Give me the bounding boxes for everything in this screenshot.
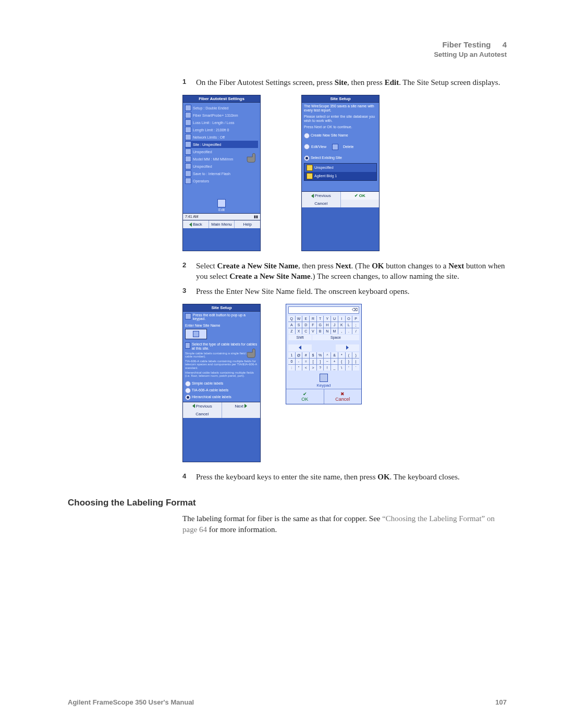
create-new-site-radio[interactable] (304, 133, 310, 139)
keyboard-key[interactable]: C (302, 328, 309, 334)
keyboard-key[interactable]: Z (288, 328, 295, 334)
keyboard-key[interactable]: \ (338, 365, 345, 371)
help-button[interactable]: Help (235, 220, 260, 228)
keyboard-key[interactable]: B (317, 328, 324, 334)
keyboard-key[interactable]: H (324, 322, 331, 328)
keyboard-key[interactable]: % (317, 352, 324, 358)
settings-row[interactable]: Fiber SmartProbe+ 1310nm (185, 112, 258, 119)
edit-view-radio[interactable] (304, 144, 310, 150)
keyboard-key[interactable]: = (302, 359, 309, 364)
keyboard-key[interactable]: 0 (288, 359, 295, 364)
keyboard-key[interactable]: + (331, 359, 338, 364)
keyboard-key[interactable]: ' (346, 365, 352, 371)
keyboard-key[interactable]: Y (324, 316, 331, 322)
keyboard-key[interactable]: J (331, 322, 338, 328)
keyboard-key[interactable]: ~ (324, 359, 331, 364)
keyboard-key[interactable]: I (338, 316, 345, 322)
keyboard-key[interactable]: > (310, 365, 316, 371)
keyboard-key[interactable]: - (296, 359, 302, 364)
keyboard-key[interactable]: V (310, 328, 316, 334)
keyboard-key[interactable]: { (338, 359, 345, 364)
keyboard-key[interactable]: L (346, 322, 352, 328)
shift-key[interactable]: Shift (288, 335, 312, 340)
ok-button[interactable]: ✔ OK (341, 192, 380, 200)
keyboard-key[interactable]: , (338, 328, 345, 334)
keyboard-ok-button[interactable]: ✔OK (286, 389, 324, 404)
keyboard-key[interactable]: ! (324, 365, 331, 371)
keyboard-key[interactable]: . (346, 328, 352, 334)
backspace-icon[interactable]: ⌫ (352, 307, 358, 312)
keyboard-key[interactable]: < (302, 365, 309, 371)
keyboard-key[interactable]: E (302, 316, 309, 322)
next-button[interactable]: Next (222, 402, 261, 410)
nav-left-key[interactable] (288, 344, 312, 351)
keyboard-key[interactable]: U (331, 316, 338, 322)
keypad-icon[interactable] (320, 374, 328, 382)
keyboard-cancel-button[interactable]: ✖Cancel (324, 389, 362, 404)
keyboard-key[interactable]: [ (310, 359, 316, 364)
keyboard-key[interactable]: W (296, 316, 302, 322)
hierarchical-labels-radio[interactable] (185, 394, 191, 400)
keyboard-key[interactable]: $ (310, 352, 316, 358)
keyboard-key[interactable]: D (302, 322, 309, 328)
simple-labels-radio[interactable] (185, 381, 191, 387)
keyboard-key[interactable]: } (346, 359, 352, 364)
keyboard-key[interactable]: S (296, 322, 302, 328)
previous-button[interactable]: Previous (183, 402, 222, 410)
space-key[interactable]: Space (312, 335, 359, 340)
keyboard-key[interactable]: ( (346, 352, 352, 358)
enter-site-name-field[interactable] (185, 329, 207, 339)
settings-row[interactable]: Network Limits : Off (185, 133, 258, 141)
edit-icon[interactable] (332, 144, 338, 150)
keyboard-key[interactable]: R (310, 316, 316, 322)
tia606a-labels-radio[interactable] (185, 388, 191, 393)
keyboard-key[interactable]: O (346, 316, 352, 322)
keyboard-key[interactable]: G (317, 322, 324, 328)
keyboard-key[interactable]: M (331, 328, 338, 334)
settings-row[interactable]: Unspecified (185, 163, 258, 170)
keyboard-key[interactable]: _ (331, 365, 338, 371)
keyboard-key[interactable]: : (288, 365, 295, 371)
keyboard-input-field[interactable]: ⌫ (288, 306, 359, 314)
settings-row[interactable]: Unspecified (185, 148, 258, 155)
cancel-button[interactable]: Cancel (302, 200, 341, 207)
settings-row[interactable]: Model MM : MM MM/mm (185, 155, 258, 163)
keyboard-key[interactable]: & (331, 352, 338, 358)
keyboard-key[interactable]: * (338, 352, 345, 358)
keyboard-key[interactable]: @ (296, 352, 302, 358)
keyboard-key[interactable]: ; (352, 322, 359, 328)
keyboard-key[interactable]: ) (352, 352, 359, 358)
keyboard-key[interactable]: A (288, 322, 295, 328)
keyboard-key[interactable]: N (324, 328, 331, 334)
settings-row[interactable]: Loss Limit : Length / Loss (185, 119, 258, 126)
keyboard-key[interactable]: ? (317, 365, 324, 371)
previous-button[interactable]: Previous (302, 192, 341, 200)
keyboard-key[interactable]: | (352, 359, 359, 364)
main-menu-button[interactable]: Main Menu (209, 220, 235, 228)
keyboard-key[interactable]: ` (352, 365, 359, 371)
settings-row[interactable]: Operators (185, 177, 258, 184)
keyboard-key[interactable]: F (310, 322, 316, 328)
settings-row[interactable]: Setup : Double Ended (185, 104, 258, 112)
keyboard-key[interactable]: # (302, 352, 309, 358)
keyboard-key[interactable]: / (352, 328, 359, 334)
keyboard-key[interactable]: P (352, 316, 359, 322)
edit-icon[interactable] (217, 199, 226, 207)
keyboard-key[interactable]: Q (288, 316, 295, 322)
settings-row[interactable]: Save to : Internal Flash (185, 170, 258, 177)
settings-row[interactable]: Length Limit : 2100ft 0 (185, 126, 258, 133)
settings-row[interactable]: Site : Unspecified (185, 141, 258, 148)
keyboard-key[interactable]: T (317, 316, 324, 322)
select-existing-radio[interactable] (304, 155, 310, 161)
nav-right-key[interactable] (336, 344, 359, 351)
delete-button[interactable]: Delete (343, 145, 353, 149)
back-button[interactable]: Back (183, 220, 209, 228)
keyboard-key[interactable]: ] (317, 359, 324, 364)
keyboard-key[interactable]: 1 (288, 352, 295, 358)
edit-label[interactable]: Edit (185, 208, 258, 212)
keyboard-key[interactable]: K (338, 322, 345, 328)
site-list[interactable]: Unspecified Agilent Bldg 1 (304, 163, 377, 181)
keyboard-key[interactable]: X (296, 328, 302, 334)
cancel-button[interactable]: Cancel (183, 410, 222, 418)
keyboard-key[interactable]: " (296, 365, 302, 371)
